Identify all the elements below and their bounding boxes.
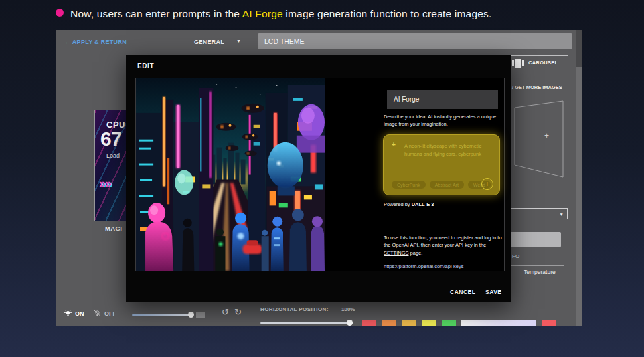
tag-pill[interactable]: Abstract Art — [430, 181, 464, 189]
scrollbar-thumb[interactable] — [576, 30, 582, 67]
apply-return-button[interactable]: ← APPLY & RETURN — [64, 39, 127, 45]
color-swatch[interactable] — [542, 320, 556, 326]
powered-by-prefix: Powered by — [384, 201, 412, 207]
rotate-ccw-button[interactable]: ↺ — [222, 307, 229, 317]
general-dropdown[interactable]: GENERAL — [194, 39, 224, 45]
cancel-button[interactable]: CANCEL — [450, 289, 475, 295]
carousel-icon — [512, 59, 524, 68]
brightness-value-box[interactable] — [196, 312, 205, 318]
get-more-images-link[interactable]: GET MORE IMAGES — [515, 84, 562, 90]
color-swatches — [362, 320, 556, 326]
info-partial-label: FO — [512, 253, 519, 259]
rotate-cw-button[interactable]: ↻ — [234, 307, 242, 317]
api-key-note: To use this function, you need to regist… — [384, 234, 503, 257]
horizontal-position-label: HORIZONTAL POSITION: — [260, 306, 329, 312]
dialog-title: EDIT — [137, 62, 154, 70]
caption-before: Now, users can enter prompts in the — [70, 8, 242, 19]
note-before: To use this function, you need to regist… — [384, 235, 502, 248]
tag-pill[interactable]: CyberPunk — [392, 181, 426, 189]
settings-link[interactable]: SETTINGS — [384, 250, 409, 256]
chevrons-art: »» — [99, 177, 111, 191]
off-label: OFF — [104, 310, 116, 317]
caption-highlight: AI Forge — [242, 8, 283, 19]
partial-section-label: MAGF — [105, 225, 125, 232]
carousel-label: CAROUSEL — [528, 60, 558, 66]
backlight-on-toggle[interactable]: ON — [64, 309, 84, 318]
ai-generated-image — [136, 78, 325, 271]
horizontal-position-slider-handle[interactable] — [347, 320, 353, 326]
breadcrumb: P / GET MORE IMAGES — [507, 84, 562, 90]
add-image-icon[interactable]: + — [544, 131, 549, 140]
bullet-icon — [56, 9, 64, 17]
cpu-load-label: Load — [106, 152, 120, 159]
color-swatch[interactable] — [422, 320, 436, 326]
ai-forge-title: AI Forge — [387, 90, 498, 109]
brightness-slider-handle[interactable] — [188, 312, 194, 318]
cpu-load-value: 67 — [100, 128, 121, 150]
backlight-off-toggle[interactable]: OFF — [93, 309, 116, 318]
horizontal-position-slider-track[interactable] — [260, 322, 353, 324]
carousel-perspective-frame — [511, 98, 567, 179]
bulb-off-icon — [93, 309, 102, 318]
color-swatch[interactable] — [461, 320, 536, 326]
plus-icon[interactable]: + — [392, 141, 396, 148]
prompt-value: A neon-lit cityscape with cybernetic hum… — [404, 142, 492, 158]
screenshot-root: Now, users can enter prompts in the AI F… — [0, 0, 644, 357]
horizontal-position-value: 100% — [341, 306, 355, 312]
color-swatch[interactable] — [362, 320, 376, 326]
apply-return-label: APPLY & RETURN — [72, 39, 127, 45]
divider — [511, 265, 564, 266]
edit-dialog: EDIT — [126, 55, 511, 302]
caption-text: Now, users can enter prompts in the AI F… — [70, 8, 492, 20]
powered-by-engine: DALL-E 3 — [412, 201, 434, 207]
carousel-button[interactable]: CAROUSEL — [505, 55, 568, 70]
chevron-down-icon[interactable]: ▼ — [236, 39, 241, 43]
prompt-tags: CyberPunkAbstract ArtWeird — [392, 181, 491, 189]
right-panel-button[interactable] — [506, 232, 561, 247]
color-swatch[interactable] — [442, 320, 456, 326]
ai-forge-description: Describe your idea. AI instantly generat… — [384, 114, 501, 128]
send-prompt-button[interactable]: ↑ — [481, 178, 493, 190]
prompt-input[interactable]: + A neon-lit cityscape with cybernetic h… — [383, 134, 500, 195]
brightness-slider-track[interactable] — [132, 314, 192, 316]
caption-after: image generation function to create imag… — [283, 8, 492, 19]
color-swatch[interactable] — [382, 320, 396, 326]
bulb-on-icon — [64, 309, 72, 318]
powered-by: Powered by DALL-E 3 — [384, 201, 434, 207]
ai-forge-function-select[interactable]: AI Forge — [387, 90, 498, 109]
vertical-scrollbar[interactable] — [576, 30, 582, 326]
theme-name-input[interactable] — [258, 33, 572, 49]
note-after: page. — [409, 250, 423, 256]
color-swatch[interactable] — [402, 320, 416, 326]
save-button[interactable]: SAVE — [485, 289, 502, 295]
openai-api-keys-link[interactable]: https://platform.openai.com/api-keys — [384, 263, 463, 269]
on-label: ON — [75, 310, 84, 317]
temperature-label: Temperature — [524, 269, 556, 275]
chevron-down-icon: ▼ — [560, 212, 564, 217]
back-arrow-icon: ← — [64, 39, 70, 45]
image-select-dropdown[interactable]: ▼ — [506, 208, 568, 219]
